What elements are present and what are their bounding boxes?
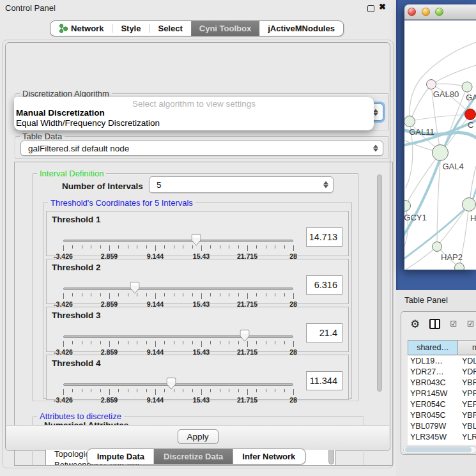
- table-row[interactable]: YBR043CYBR043C: [408, 378, 476, 388]
- threshold-slider[interactable]: -3.4262.8599.14415.4321.71528: [63, 381, 293, 400]
- float-window-icon[interactable]: [367, 5, 374, 12]
- threshold-value-field[interactable]: 6.316: [306, 275, 342, 295]
- tick-mark: [109, 341, 110, 347]
- settings-scrollpane: Interval Definition Number of Intervals …: [14, 162, 393, 466]
- close-icon[interactable]: ✖: [379, 2, 386, 12]
- network-node-gal80[interactable]: [427, 80, 436, 89]
- threshold-slider[interactable]: -3.4262.8599.14415.4321.71528: [63, 333, 293, 352]
- network-node-h[interactable]: [463, 198, 476, 211]
- tick-mark: [155, 293, 156, 299]
- table-row[interactable]: YBL079WYBL079W: [408, 421, 476, 432]
- network-node-gcy1[interactable]: [404, 201, 411, 211]
- slider-track[interactable]: [63, 335, 293, 338]
- tick-mark: [137, 389, 137, 392]
- horizontal-scrollbar[interactable]: [403, 446, 476, 454]
- tick-mark: [118, 389, 119, 392]
- slider-thumb[interactable]: [167, 378, 176, 390]
- bottom-tab-bar: Impute DataDiscretize DataInfer Network: [87, 449, 306, 464]
- table-row[interactable]: YDR27…YDR27…: [408, 367, 476, 378]
- column-header-shared[interactable]: shared…: [408, 340, 458, 355]
- tab-cyni-toolbox[interactable]: Cyni Toolbox: [191, 21, 259, 36]
- top-tab-bar: NetworkStyleSelectCyni ToolboxjActiveMNo…: [50, 20, 344, 36]
- table-row[interactable]: YDL19…YDL19…: [408, 356, 476, 367]
- table-row[interactable]: YER054CYER054C: [408, 399, 476, 410]
- tab-impute-data[interactable]: Impute Data: [88, 449, 154, 464]
- threshold-row-threshold-2: Threshold 2-3.4262.8599.14415.4321.71528…: [46, 259, 349, 304]
- slider-thumb[interactable]: [240, 330, 250, 342]
- network-node-ga[interactable]: [462, 82, 472, 92]
- network-node-c[interactable]: [465, 109, 476, 120]
- node-label-hap2: HAP2: [441, 252, 463, 262]
- network-node-gal11[interactable]: [404, 116, 415, 127]
- slider-track[interactable]: [63, 383, 293, 386]
- vertical-scrollbar[interactable]: [377, 174, 382, 392]
- tab-select[interactable]: Select: [150, 21, 190, 36]
- group-title-interval-definition: Interval Definition: [37, 169, 106, 178]
- tick-mark: [63, 389, 64, 395]
- column-header-n[interactable]: n: [458, 340, 476, 355]
- tick-mark: [247, 245, 248, 251]
- number-of-intervals-combo[interactable]: 5: [149, 176, 334, 193]
- slider-thumb[interactable]: [130, 282, 139, 294]
- table-row[interactable]: YIL052CYIL052C: [408, 443, 476, 445]
- tick-mark: [63, 293, 64, 299]
- threshold-value-field[interactable]: 14.713: [306, 227, 342, 247]
- apply-button[interactable]: Apply: [178, 429, 219, 444]
- horizontal-scrollbar-thumb[interactable]: [405, 447, 472, 452]
- tick-label: 2.859: [101, 396, 118, 404]
- tick-mark: [109, 245, 110, 251]
- cell-name: YIL052C: [458, 443, 476, 445]
- close-button-red-icon[interactable]: [408, 8, 416, 16]
- tick-mark: [164, 389, 165, 392]
- threshold-slider[interactable]: -3.4262.8599.14415.4321.71528: [63, 285, 293, 304]
- tab-network[interactable]: Network: [50, 21, 112, 36]
- split-view-icon[interactable]: [429, 319, 440, 329]
- combo-spinner-icon: [373, 145, 378, 152]
- tick-mark: [238, 245, 239, 249]
- tick-mark: [174, 341, 174, 344]
- tab-discretize-data[interactable]: Discretize Data: [154, 449, 233, 464]
- tick-mark: [155, 341, 156, 347]
- table-data-combo[interactable]: galFiltered.sif default node: [20, 141, 383, 156]
- checkbox-icon[interactable]: ☑: [467, 319, 475, 328]
- tick-mark: [164, 341, 165, 344]
- tab-label: Network: [71, 24, 104, 33]
- network-node-hap2[interactable]: [433, 242, 442, 252]
- tick-mark: [100, 389, 101, 392]
- tab-style[interactable]: Style: [112, 21, 149, 36]
- slider-thumb[interactable]: [191, 234, 201, 246]
- tab-jactivemnodules[interactable]: jActiveMNodules: [259, 21, 343, 36]
- algorithm-option-equal-width-frequency-discretization[interactable]: Equal Width/Frequency Discretization: [14, 118, 374, 128]
- threshold-row-threshold-3: Threshold 3-3.4262.8599.14415.4321.71528…: [46, 307, 349, 352]
- network-node[interactable]: [455, 263, 464, 270]
- table-row[interactable]: YBR045CYBR045C: [408, 410, 476, 421]
- table-row[interactable]: YPR145WYPR145W: [408, 388, 476, 399]
- tick-mark: [146, 389, 147, 392]
- tick-mark: [63, 341, 64, 347]
- network-canvas[interactable]: GAL80GACGAL11GAL4GCY1HHAP2: [404, 20, 476, 270]
- network-window-titlebar[interactable]: [404, 4, 476, 20]
- desktop-background: GAL80GACGAL11GAL4GCY1HHAP2: [396, 0, 476, 290]
- number-of-intervals-value: 5: [150, 180, 162, 190]
- table-body[interactable]: YDL19…YDL19…YDR27…YDR27…YBR043CYBR043CYP…: [408, 356, 476, 445]
- panel-title: Control Panel: [5, 3, 56, 13]
- settings-gear-icon[interactable]: ⚙: [410, 318, 420, 330]
- threshold-value-field[interactable]: 21.4: [306, 323, 342, 342]
- table-row[interactable]: YLR345WYLR345W: [408, 432, 476, 443]
- network-node-gal4[interactable]: [433, 145, 449, 161]
- checkbox-icon[interactable]: ☑: [450, 319, 457, 328]
- cell-shared-name: YBL079W: [408, 421, 458, 432]
- slider-track[interactable]: [63, 240, 293, 242]
- minimize-button-yellow-icon[interactable]: [422, 8, 430, 16]
- threshold-value-field[interactable]: 11.344: [306, 371, 342, 390]
- cell-name: YBR045C: [458, 410, 476, 421]
- algorithm-option-manual-discretization[interactable]: Manual Discretization: [14, 108, 374, 118]
- tick-mark: [192, 389, 193, 392]
- slider-track[interactable]: [63, 288, 293, 290]
- cell-shared-name: YBR045C: [408, 410, 458, 421]
- threshold-slider[interactable]: -3.4262.8599.14415.4321.71528: [63, 237, 293, 256]
- tick-mark: [201, 293, 202, 299]
- tab-infer-network[interactable]: Infer Network: [233, 449, 305, 464]
- tick-mark: [201, 245, 202, 251]
- zoom-button-green-icon[interactable]: [435, 8, 443, 16]
